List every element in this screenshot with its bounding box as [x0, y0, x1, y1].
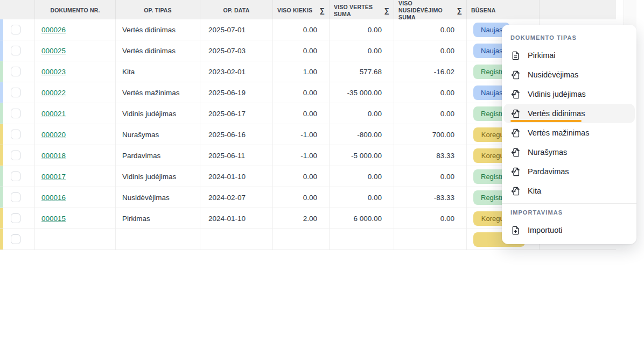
dropdown-item-vertės-didinimas-label: Vertės didinimas: [528, 109, 585, 118]
dropdown-item-importuoti-label: Importuoti: [528, 226, 562, 234]
total-value-cell: -35 000.00: [330, 82, 394, 103]
row-checkbox-cell: [0, 124, 35, 145]
op-date-cell: 2025-06-17: [200, 103, 273, 124]
column-header: DOKUMENTO NR.: [35, 0, 116, 21]
total-depreciation-cell: 0.00: [394, 166, 467, 187]
row-checkbox-cell: [0, 208, 35, 229]
total-depreciation-cell: 0.00: [394, 19, 467, 40]
row-checkbox-cell: [0, 145, 35, 166]
row-status-strip: [0, 187, 3, 208]
row-status-strip: [0, 208, 3, 229]
dropdown-item-vertės-didinimas[interactable]: Vertės didinimas: [503, 104, 635, 123]
column-header: OP. TIPAS: [116, 0, 200, 21]
row-checkbox[interactable]: [11, 151, 20, 160]
column-header-label: VISO NUSIDĖVĖJIMO SUMA: [398, 0, 454, 21]
column-header-label: VISO KIEKIS: [277, 7, 312, 14]
dropdown-item-nurašymas[interactable]: Nurašymas: [502, 142, 636, 162]
op-type-cell: Vertės didinimas: [116, 40, 200, 61]
row-checkbox[interactable]: [11, 25, 20, 34]
dropdown-item-vertės-mažinimas-label: Vertės mažinimas: [528, 129, 589, 137]
column-header: VISO VERTĖS SUMA∑: [330, 0, 394, 21]
file-out-icon: [510, 89, 521, 99]
document-link[interactable]: 000018: [41, 152, 66, 160]
document-number-cell: 000023: [35, 61, 116, 82]
dropdown-item-pardavimas-label: Pardavimas: [528, 167, 569, 176]
total-qty-cell: 0.00: [273, 103, 330, 124]
total-value-cell: -5 000.00: [330, 145, 394, 166]
total-qty-cell: 0.00: [273, 166, 330, 187]
dropdown-item-vidinis-judėjimas[interactable]: Vidinis judėjimas: [502, 84, 636, 104]
document-link[interactable]: 000017: [41, 173, 66, 181]
dropdown-item-pardavimas[interactable]: Pardavimas: [502, 162, 636, 181]
row-checkbox-cell: [0, 187, 35, 208]
document-link[interactable]: 000025: [41, 47, 66, 55]
dropdown-item-nusidėvėjimas[interactable]: Nusidėvėjimas: [502, 65, 636, 84]
total-qty-cell: 0.00: [273, 187, 330, 208]
row-checkbox-cell: [0, 229, 35, 250]
file-import-icon: [510, 225, 521, 236]
total-value-cell: 0.00: [330, 40, 394, 61]
total-depreciation-cell: 83.33: [394, 145, 467, 166]
document-link[interactable]: 000023: [41, 68, 66, 76]
row-checkbox[interactable]: [11, 109, 20, 118]
row-checkbox[interactable]: [11, 46, 20, 55]
row-status-strip: [0, 145, 3, 166]
sigma-sum-icon[interactable]: ∑: [457, 6, 462, 15]
row-status-strip: [0, 103, 3, 124]
column-header-label: OP. DATA: [223, 7, 250, 14]
dropdown-item-vidinis-judėjimas-label: Vidinis judėjimas: [528, 90, 586, 98]
row-checkbox[interactable]: [11, 130, 20, 139]
op-type-cell: Pirkimas: [116, 208, 200, 229]
file-out-icon: [510, 186, 521, 196]
total-value-cell: 577.68: [330, 61, 394, 82]
row-checkbox[interactable]: [11, 88, 20, 97]
op-date-cell: 2025-07-01: [200, 19, 273, 40]
row-status-strip: [0, 229, 3, 250]
document-link[interactable]: 000015: [41, 215, 66, 223]
total-depreciation-cell: 0.00: [394, 40, 467, 61]
dropdown-item-kita-label: Kita: [528, 187, 541, 195]
total-value-cell: 0.00: [330, 166, 394, 187]
row-checkbox[interactable]: [11, 234, 20, 244]
total-qty-cell: 1.00: [273, 61, 330, 82]
column-header-label: DOKUMENTO NR.: [50, 7, 100, 14]
dropdown-item-pirkimai[interactable]: Pirkimai: [502, 46, 636, 65]
op-date-cell: 2024-02-07: [200, 187, 273, 208]
op-date-cell: 2024-01-10: [200, 208, 273, 229]
document-link[interactable]: 000021: [41, 110, 66, 118]
total-depreciation-cell: 700.00: [394, 124, 467, 145]
total-qty-cell: -1.00: [273, 124, 330, 145]
file-out-icon: [510, 167, 521, 177]
total-value-cell: 0.00: [330, 103, 394, 124]
dropdown-item-vertės-mažinimas[interactable]: Vertės mažinimas: [502, 123, 636, 142]
row-checkbox[interactable]: [11, 172, 20, 181]
total-depreciation-cell: [394, 229, 467, 250]
row-status-strip: [0, 82, 3, 103]
document-link[interactable]: 000026: [41, 26, 66, 34]
sigma-sum-icon[interactable]: ∑: [384, 6, 389, 15]
row-checkbox[interactable]: [11, 213, 20, 223]
sigma-sum-icon[interactable]: ∑: [320, 6, 325, 15]
row-checkbox[interactable]: [11, 67, 20, 76]
column-header: [0, 0, 35, 21]
dropdown-section-document-type: DOKUMENTO TIPAS: [502, 30, 636, 46]
document-link[interactable]: 000020: [41, 131, 66, 139]
op-date-cell: 2025-07-03: [200, 40, 273, 61]
file-text-icon: [510, 51, 521, 61]
op-date-cell: 2023-02-01: [200, 61, 273, 82]
row-status-strip: [0, 166, 3, 187]
op-date-cell: 2024-01-10: [200, 166, 273, 187]
row-status-strip: [0, 40, 3, 61]
document-link[interactable]: 000022: [41, 89, 66, 97]
document-number-cell: 000022: [35, 82, 116, 103]
document-link[interactable]: 000016: [41, 194, 66, 202]
total-value-cell: 0.00: [330, 187, 394, 208]
op-type-cell: Vidinis judėjimas: [116, 166, 200, 187]
dropdown-divider: [502, 203, 636, 204]
total-qty-cell: -1.00: [273, 145, 330, 166]
file-out-icon: [510, 109, 521, 119]
dropdown-item-importuoti[interactable]: Importuoti: [502, 220, 636, 240]
dropdown-item-kita[interactable]: Kita: [502, 181, 636, 201]
row-checkbox[interactable]: [11, 193, 20, 202]
total-qty-cell: 0.00: [273, 40, 330, 61]
